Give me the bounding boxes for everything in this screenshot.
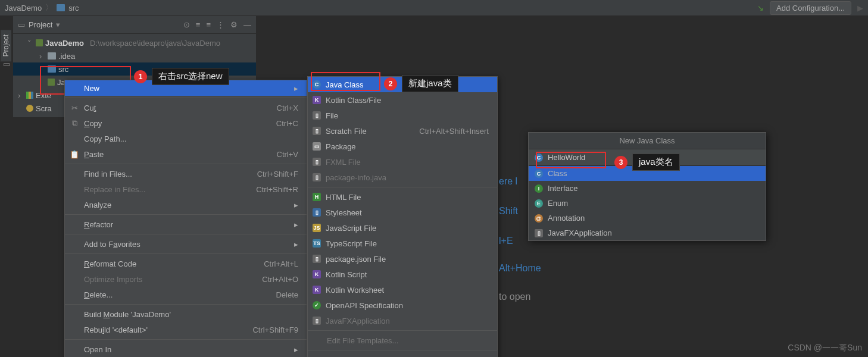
watermark: CSDN @一一哥Sun	[788, 343, 862, 353]
menu-optimize[interactable]: Optimize Imports Ctrl+Alt+O	[65, 271, 307, 287]
submenu-openapi[interactable]: ✓ OpenAPI Specification	[308, 298, 497, 313]
new-submenu: C Java Class K Kotlin Class/File ▯ File …	[307, 76, 498, 357]
annotation-text-3: java类名	[632, 154, 680, 171]
menu-analyze-label: Analyze	[84, 201, 289, 209]
submenu-package-label: Package	[326, 142, 489, 151]
menu-replace-shortcut: Ctrl+Shift+R	[256, 185, 298, 194]
submenu-file-label: File	[326, 111, 489, 120]
file-icon: ▯	[313, 111, 321, 120]
submenu-kwork[interactable]: K Kotlin Worksheet	[308, 282, 497, 298]
submenu-ts[interactable]: TS TypeScript File	[308, 236, 497, 251]
menu-cut[interactable]: ✂ Cut Ctrl+X	[65, 100, 307, 115]
collapse-icon[interactable]: ≡	[206, 20, 211, 29]
sidebar-icons: ▭	[0, 60, 13, 68]
menu-separator	[308, 187, 497, 187]
menu-analyze[interactable]: Analyze ▸	[65, 197, 307, 212]
menu-build-label: Build Module 'JavaDemo'	[84, 310, 298, 319]
fxml-icon: ▯	[313, 158, 321, 166]
gear-icon[interactable]: ⚙	[230, 20, 238, 29]
tree-root[interactable]: ˅ JavaDemo D:\workspace\ideapro\java\Jav…	[13, 36, 256, 49]
css-icon: ▯	[313, 208, 321, 217]
submenu-edit-tmpl[interactable]: Edit File Templates...	[308, 333, 497, 348]
scratch-file-icon: ▯	[313, 127, 321, 135]
annotation-2: 2 新建java类	[384, 75, 458, 92]
submenu-swing[interactable]: Swing UI Designer ▸	[308, 352, 497, 357]
menu-build[interactable]: Build Module 'JavaDemo'	[65, 306, 307, 322]
menu-openin[interactable]: Open In ▸	[65, 342, 307, 357]
submenu-js[interactable]: JS JavaScript File	[308, 220, 497, 236]
menu-reformat[interactable]: Reformat Code Ctrl+Alt+L	[65, 256, 307, 271]
dialog-opt-javafx[interactable]: ▯ JavaFXApplication	[529, 226, 766, 240]
submenu-scratch-label: Scratch File	[326, 127, 396, 136]
menu-separator	[65, 339, 307, 340]
dropdown-icon[interactable]: ▾	[56, 20, 60, 29]
submenu-package[interactable]: ▭ Package	[308, 139, 497, 154]
menu-replace[interactable]: Replace in Files... Ctrl+Shift+R	[65, 181, 307, 197]
submenu-kscript[interactable]: K Kotlin Script	[308, 267, 497, 282]
submenu-fxml[interactable]: ▯ FXML File	[308, 154, 497, 170]
menu-find[interactable]: Find in Files... Ctrl+Shift+F	[65, 166, 307, 181]
menu-find-shortcut: Ctrl+Shift+F	[257, 170, 298, 178]
submenu-scratch-shortcut: Ctrl+Alt+Shift+Insert	[419, 127, 489, 136]
class-icon: C	[535, 170, 543, 178]
ts-icon: TS	[313, 239, 321, 248]
sidebar-tab-project[interactable]: Project	[0, 30, 11, 61]
menu-rebuild[interactable]: Rebuild '<default>' Ctrl+Shift+F9	[65, 322, 307, 337]
dialog-opt-javafx-label: JavaFXApplication	[548, 228, 612, 237]
enum-icon: E	[535, 199, 543, 208]
submenu-pkginfo-label: package-info.java	[326, 173, 489, 182]
tree-idea[interactable]: › .idea	[13, 49, 256, 62]
submenu-scratch[interactable]: ▯ Scratch File Ctrl+Alt+Shift+Insert	[308, 123, 497, 139]
arrow-right-icon[interactable]: ›	[18, 91, 24, 100]
add-configuration-button[interactable]: Add Configuration...	[770, 1, 851, 15]
submenu-javafx[interactable]: ▯ JavaFXApplication	[308, 313, 497, 328]
menu-paste[interactable]: 📋 Paste Ctrl+V	[65, 146, 307, 162]
build-icon[interactable]: ↘	[757, 4, 764, 12]
tree-root-path: D:\workspace\ideapro\java\JavaDemo	[90, 39, 220, 48]
breadcrumb-src[interactable]: src	[68, 4, 79, 12]
js-icon: JS	[313, 224, 321, 232]
submenu-pkgjson[interactable]: ▯ package.json File	[308, 251, 497, 267]
panel-title[interactable]: Project	[29, 20, 52, 29]
hint-2: Shift	[499, 206, 518, 217]
paste-icon: 📋	[70, 150, 79, 159]
arrow-right-icon[interactable]: ›	[39, 52, 45, 61]
arrow-down-icon[interactable]: ˅	[27, 39, 33, 48]
submenu-file[interactable]: ▯ File	[308, 108, 497, 123]
submenu-pkgjson-label: package.json File	[326, 255, 489, 264]
menu-delete-shortcut: Delete	[276, 290, 298, 299]
dialog-opt-annotation[interactable]: @ Annotation	[529, 211, 766, 226]
kotlin-icon: K	[313, 96, 321, 104]
annotation-box-3	[536, 152, 606, 168]
menu-rebuild-shortcut: Ctrl+Shift+F9	[252, 325, 298, 334]
submenu-css[interactable]: ▯ Stylesheet	[308, 205, 497, 220]
hint-1: ere l	[499, 176, 517, 187]
menu-copypath[interactable]: Copy Path...	[65, 131, 307, 146]
menu-openin-label: Open In	[84, 345, 289, 354]
submenu-pkginfo[interactable]: ▯ package-info.java	[308, 170, 497, 185]
submenu-kotlin[interactable]: K Kotlin Class/File	[308, 92, 497, 108]
dialog-opt-enum[interactable]: E Enum	[529, 196, 766, 211]
menu-delete[interactable]: Delete... Delete	[65, 287, 307, 302]
breadcrumb-root[interactable]: JavaDemo	[5, 4, 42, 12]
minimize-icon[interactable]: —	[243, 20, 251, 29]
submenu-arrow-icon: ▸	[294, 220, 298, 229]
submenu-css-label: Stylesheet	[326, 208, 489, 217]
cut-icon: ✂	[70, 104, 79, 112]
submenu-openapi-label: OpenAPI Specification	[326, 301, 489, 310]
dialog-opt-interface[interactable]: I Interface	[529, 181, 766, 196]
menu-copy[interactable]: ⧉ Copy Ctrl+C	[65, 115, 307, 131]
submenu-arrow-icon: ▸	[294, 240, 298, 249]
panel-header: ▭ Project ▾ ⊙ ≡ ≡ ⋮ ⚙ —	[13, 16, 256, 34]
submenu-html[interactable]: H HTML File	[308, 189, 497, 205]
menu-separator	[65, 234, 307, 234]
menu-refactor[interactable]: Refactor ▸	[65, 217, 307, 232]
breadcrumb[interactable]: JavaDemo 〉 src	[5, 2, 79, 13]
structure-icon[interactable]: ▭	[3, 60, 10, 68]
target-icon[interactable]: ⊙	[183, 20, 190, 29]
menu-favorites[interactable]: Add to Favorites ▸	[65, 236, 307, 252]
run-icon[interactable]: ▶	[857, 4, 863, 12]
project-icon: ▭	[18, 20, 25, 29]
expand-icon[interactable]: ≡	[196, 20, 201, 29]
menu-refactor-label: Refactor	[84, 220, 289, 229]
